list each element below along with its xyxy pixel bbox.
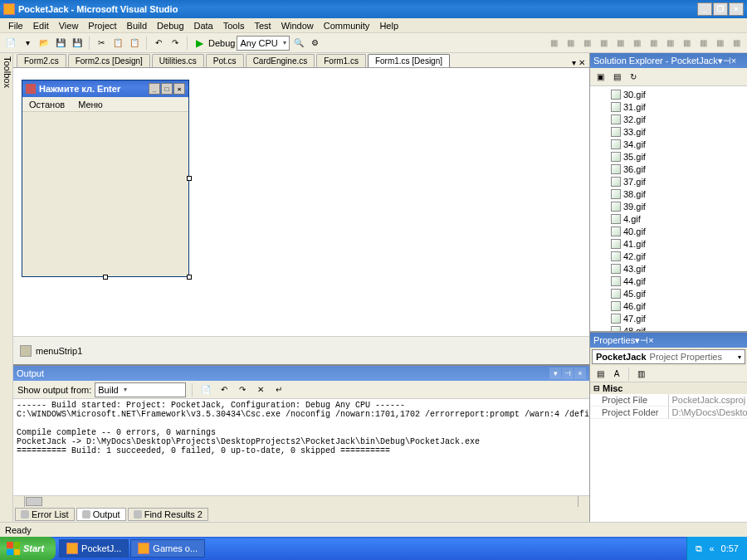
property-row[interactable]: Project FolderD:\MyDocs\DesktopProj [590, 407, 747, 419]
minimize-button[interactable]: _ [697, 2, 712, 16]
form-menu-item[interactable]: Останов [22, 100, 71, 110]
layout1-icon[interactable]: ▦ [596, 36, 611, 51]
bottom-tab[interactable]: Find Results 2 [128, 508, 208, 521]
component-label[interactable]: menuStrip1 [36, 346, 82, 356]
start-button[interactable]: Start [0, 537, 56, 560]
menu-debug[interactable]: Debug [152, 20, 188, 32]
align-center-icon[interactable]: ▦ [563, 36, 578, 51]
solexp-showall-icon[interactable]: ▤ [609, 70, 624, 85]
start-debug-button[interactable]: ▶ [192, 36, 207, 51]
bottom-tab[interactable]: Output [76, 508, 126, 521]
tree-file[interactable]: 44.gif [590, 275, 747, 287]
tree-file[interactable]: 33.gif [590, 125, 747, 138]
menustrip-icon[interactable] [20, 345, 32, 357]
tray-lang[interactable]: « [709, 543, 714, 553]
tree-file[interactable]: 30.gif [590, 88, 747, 100]
resize-handle-se[interactable] [187, 275, 192, 280]
tree-file[interactable]: 43.gif [590, 262, 747, 275]
system-tray[interactable]: ⧉ « 0:57 [686, 537, 747, 560]
tree-file[interactable]: 31.gif [590, 100, 747, 113]
restore-button[interactable]: ❐ [713, 2, 728, 16]
output-next-button[interactable]: ↷ [235, 382, 250, 397]
close-tab-button[interactable]: ▾ ✕ [568, 58, 589, 67]
save-all-button[interactable]: 💾 [70, 36, 85, 51]
output-goto-button[interactable]: 📄 [198, 382, 213, 397]
prop-object-combo[interactable]: PocketJack Project Properties ▾ [592, 349, 745, 364]
prop-close-button[interactable]: × [648, 335, 653, 345]
solexp-close-button[interactable]: × [731, 56, 736, 66]
save-button[interactable]: 💾 [53, 36, 68, 51]
property-row[interactable]: Project FilePocketJack.csproj [590, 394, 747, 407]
tree-file[interactable]: 48.gif [590, 324, 747, 331]
menu-view[interactable]: View [54, 20, 84, 32]
redo-button[interactable]: ↷ [168, 36, 183, 51]
prop-alpha-icon[interactable]: A [609, 367, 624, 382]
tree-file[interactable]: 40.gif [590, 225, 747, 237]
file-tab[interactable]: Form1.cs [316, 54, 366, 67]
file-tab[interactable]: Pot.cs [206, 54, 244, 67]
menu-tools[interactable]: Tools [218, 20, 250, 32]
form-close-button[interactable]: × [173, 83, 185, 95]
tree-file[interactable]: 39.gif [590, 200, 747, 212]
prop-pin-button[interactable]: ⊣ [640, 335, 648, 346]
menu-data[interactable]: Data [189, 20, 218, 32]
toolbox-tab[interactable]: Toolbox [0, 53, 13, 522]
output-source-combo[interactable]: Build [95, 382, 186, 397]
menu-build[interactable]: Build [122, 20, 152, 32]
menu-window[interactable]: Window [276, 20, 319, 32]
layout4-icon[interactable]: ▦ [646, 36, 661, 51]
tree-file[interactable]: 41.gif [590, 237, 747, 250]
file-tab[interactable]: Form1.cs [Design] [368, 54, 450, 67]
menu-file[interactable]: File [3, 20, 28, 32]
menu-test[interactable]: Test [249, 20, 276, 32]
output-dropdown-button[interactable]: ▾ [549, 368, 561, 379]
file-tab[interactable]: Utilities.cs [152, 54, 204, 67]
undo-button[interactable]: ↶ [151, 36, 166, 51]
prop-pages-icon[interactable]: ▥ [633, 367, 648, 382]
close-button[interactable]: × [729, 2, 744, 16]
taskbar-task[interactable]: PocketJ... [59, 539, 129, 558]
menu-community[interactable]: Community [319, 20, 375, 32]
open-button[interactable]: 📂 [37, 36, 51, 51]
output-prev-button[interactable]: ↶ [217, 382, 232, 397]
output-wrap-button[interactable]: ↵ [271, 382, 286, 397]
tree-file[interactable]: 46.gif [590, 299, 747, 312]
form-minimize-button[interactable]: _ [149, 83, 160, 95]
file-tab[interactable]: CardEngine.cs [246, 54, 315, 67]
form-menustrip[interactable]: ОстановМеню [22, 97, 188, 112]
resize-handle-s[interactable] [103, 275, 108, 280]
menu-edit[interactable]: Edit [28, 20, 54, 32]
ext-button[interactable]: ⚙ [308, 36, 323, 51]
solexp-pin-button[interactable]: ⊣ [723, 56, 731, 66]
bottom-tab[interactable]: Error List [15, 508, 75, 521]
prop-category[interactable]: ⊟Misc [590, 382, 747, 394]
tree-file[interactable]: 32.gif [590, 113, 747, 125]
output-pin-button[interactable]: ⊣ [562, 368, 574, 379]
layout9-icon[interactable]: ▦ [729, 36, 744, 51]
tree-file[interactable]: 45.gif [590, 287, 747, 299]
tree-file[interactable]: 4.gif [590, 212, 747, 225]
taskbar-task[interactable]: Games o... [130, 539, 205, 558]
tray-icon-1[interactable]: ⧉ [696, 543, 702, 554]
tree-file[interactable]: 42.gif [590, 250, 747, 262]
solution-tree[interactable]: 30.gif31.gif32.gif33.gif34.gif35.gif36.g… [590, 86, 747, 331]
solexp-refresh-icon[interactable]: ↻ [626, 70, 641, 85]
prop-categorized-icon[interactable]: ▤ [593, 367, 608, 382]
file-tab[interactable]: Form2.cs [Design] [68, 54, 150, 67]
find-button[interactable]: 🔍 [291, 36, 306, 51]
menu-project[interactable]: Project [83, 20, 121, 32]
tree-file[interactable]: 37.gif [590, 175, 747, 187]
copy-button[interactable]: 📋 [110, 36, 125, 51]
align-left-icon[interactable]: ▦ [546, 36, 561, 51]
cut-button[interactable]: ✂ [94, 36, 109, 51]
tree-file[interactable]: 35.gif [590, 150, 747, 163]
layout3-icon[interactable]: ▦ [629, 36, 644, 51]
output-clear-button[interactable]: ✕ [253, 382, 268, 397]
align-right-icon[interactable]: ▦ [579, 36, 594, 51]
file-tab[interactable]: Form2.cs [17, 54, 66, 67]
layout5-icon[interactable]: ▦ [662, 36, 677, 51]
layout7-icon[interactable]: ▦ [696, 36, 710, 51]
designer-surface[interactable]: Нажмите кл. Enter _ □ × ОстановМеню [13, 68, 589, 336]
layout2-icon[interactable]: ▦ [613, 36, 627, 51]
new-dropdown[interactable]: ▾ [20, 36, 35, 51]
